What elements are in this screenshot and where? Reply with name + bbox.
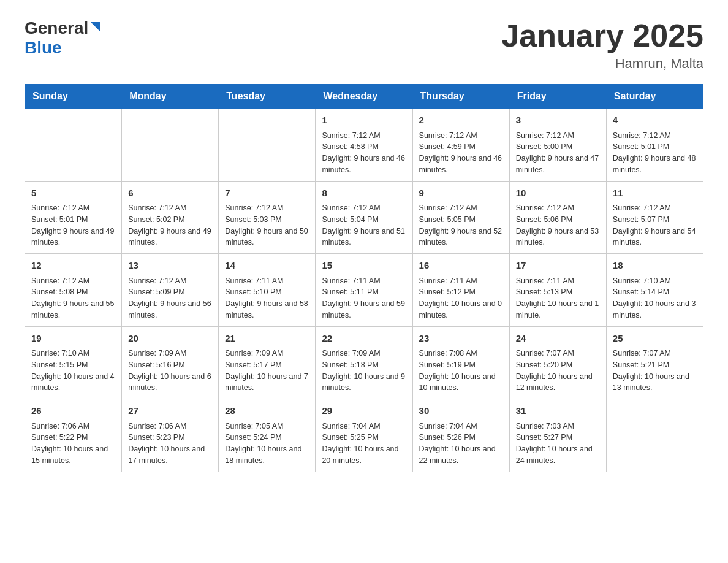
calendar-cell: 27Sunrise: 7:06 AM Sunset: 5:23 PM Dayli…	[122, 399, 219, 472]
calendar-cell	[219, 109, 316, 182]
day-info: Sunrise: 7:06 AM Sunset: 5:22 PM Dayligh…	[31, 421, 115, 467]
day-info: Sunrise: 7:05 AM Sunset: 5:24 PM Dayligh…	[225, 421, 309, 467]
day-info: Sunrise: 7:12 AM Sunset: 5:04 PM Dayligh…	[322, 202, 406, 248]
day-number: 7	[225, 186, 309, 201]
calendar-cell: 29Sunrise: 7:04 AM Sunset: 5:25 PM Dayli…	[316, 399, 412, 472]
day-number: 20	[128, 332, 212, 346]
calendar-cell: 19Sunrise: 7:10 AM Sunset: 5:15 PM Dayli…	[25, 326, 122, 399]
weekday-header-saturday: Saturday	[606, 85, 703, 109]
day-number: 11	[613, 186, 697, 201]
calendar-cell	[122, 109, 219, 182]
day-info: Sunrise: 7:09 AM Sunset: 5:18 PM Dayligh…	[322, 348, 406, 394]
day-info: Sunrise: 7:10 AM Sunset: 5:15 PM Dayligh…	[31, 348, 115, 394]
calendar-header-row: SundayMondayTuesdayWednesdayThursdayFrid…	[25, 85, 703, 109]
calendar-week-1: 1Sunrise: 7:12 AM Sunset: 4:58 PM Daylig…	[25, 109, 703, 182]
calendar-cell: 15Sunrise: 7:11 AM Sunset: 5:11 PM Dayli…	[316, 254, 412, 327]
day-number: 6	[128, 186, 212, 201]
calendar-cell: 22Sunrise: 7:09 AM Sunset: 5:18 PM Dayli…	[316, 326, 412, 399]
location-title: Hamrun, Malta	[501, 56, 703, 72]
calendar-cell: 13Sunrise: 7:12 AM Sunset: 5:09 PM Dayli…	[122, 254, 219, 327]
calendar-table: SundayMondayTuesdayWednesdayThursdayFrid…	[25, 84, 703, 472]
calendar-cell: 21Sunrise: 7:09 AM Sunset: 5:17 PM Dayli…	[219, 326, 316, 399]
day-info: Sunrise: 7:12 AM Sunset: 4:58 PM Dayligh…	[322, 130, 406, 176]
calendar-cell: 26Sunrise: 7:06 AM Sunset: 5:22 PM Dayli…	[25, 399, 122, 472]
calendar-week-4: 19Sunrise: 7:10 AM Sunset: 5:15 PM Dayli…	[25, 326, 703, 399]
calendar-cell: 8Sunrise: 7:12 AM Sunset: 5:04 PM Daylig…	[316, 181, 412, 254]
day-number: 5	[31, 186, 115, 201]
day-info: Sunrise: 7:12 AM Sunset: 5:03 PM Dayligh…	[225, 202, 309, 248]
day-info: Sunrise: 7:03 AM Sunset: 5:27 PM Dayligh…	[516, 421, 600, 467]
weekday-header-wednesday: Wednesday	[316, 85, 412, 109]
day-number: 30	[419, 404, 503, 418]
day-info: Sunrise: 7:12 AM Sunset: 5:06 PM Dayligh…	[516, 202, 600, 248]
weekday-header-monday: Monday	[122, 85, 219, 109]
calendar-cell: 25Sunrise: 7:07 AM Sunset: 5:21 PM Dayli…	[606, 326, 703, 399]
day-number: 14	[225, 259, 309, 273]
logo-triangle-icon	[89, 21, 102, 33]
day-number: 13	[128, 259, 212, 273]
calendar-cell: 6Sunrise: 7:12 AM Sunset: 5:02 PM Daylig…	[122, 181, 219, 254]
calendar-week-3: 12Sunrise: 7:12 AM Sunset: 5:08 PM Dayli…	[25, 254, 703, 327]
day-number: 25	[613, 332, 697, 346]
day-number: 21	[225, 332, 309, 346]
day-info: Sunrise: 7:11 AM Sunset: 5:12 PM Dayligh…	[419, 275, 503, 321]
day-number: 2	[419, 113, 503, 128]
day-number: 24	[516, 332, 600, 346]
calendar-cell: 17Sunrise: 7:11 AM Sunset: 5:13 PM Dayli…	[509, 254, 606, 327]
calendar-cell: 3Sunrise: 7:12 AM Sunset: 5:00 PM Daylig…	[509, 109, 606, 182]
title-section: January 2025 Hamrun, Malta	[501, 18, 703, 72]
logo: General Blue	[25, 18, 102, 58]
calendar-cell: 1Sunrise: 7:12 AM Sunset: 4:58 PM Daylig…	[316, 109, 412, 182]
page-header: General Blue January 2025 Hamrun, Malta	[25, 18, 703, 72]
day-number: 16	[419, 259, 503, 273]
day-info: Sunrise: 7:11 AM Sunset: 5:11 PM Dayligh…	[322, 275, 406, 321]
calendar-cell: 23Sunrise: 7:08 AM Sunset: 5:19 PM Dayli…	[412, 326, 509, 399]
day-info: Sunrise: 7:12 AM Sunset: 4:59 PM Dayligh…	[419, 130, 503, 176]
day-number: 10	[516, 186, 600, 201]
calendar-cell: 2Sunrise: 7:12 AM Sunset: 4:59 PM Daylig…	[412, 109, 509, 182]
weekday-header-tuesday: Tuesday	[219, 85, 316, 109]
day-number: 19	[31, 332, 115, 346]
day-number: 15	[322, 259, 406, 273]
day-info: Sunrise: 7:12 AM Sunset: 5:05 PM Dayligh…	[419, 202, 503, 248]
day-info: Sunrise: 7:07 AM Sunset: 5:20 PM Dayligh…	[516, 348, 600, 394]
day-info: Sunrise: 7:11 AM Sunset: 5:10 PM Dayligh…	[225, 275, 309, 321]
day-info: Sunrise: 7:11 AM Sunset: 5:13 PM Dayligh…	[516, 275, 600, 321]
day-info: Sunrise: 7:07 AM Sunset: 5:21 PM Dayligh…	[613, 348, 697, 394]
day-number: 23	[419, 332, 503, 346]
calendar-cell: 12Sunrise: 7:12 AM Sunset: 5:08 PM Dayli…	[25, 254, 122, 327]
calendar-cell: 30Sunrise: 7:04 AM Sunset: 5:26 PM Dayli…	[412, 399, 509, 472]
day-info: Sunrise: 7:12 AM Sunset: 5:09 PM Dayligh…	[128, 275, 212, 321]
day-number: 29	[322, 404, 406, 418]
weekday-header-sunday: Sunday	[25, 85, 122, 109]
calendar-cell: 10Sunrise: 7:12 AM Sunset: 5:06 PM Dayli…	[509, 181, 606, 254]
logo-blue: Blue	[25, 38, 62, 57]
day-number: 28	[225, 404, 309, 418]
day-info: Sunrise: 7:12 AM Sunset: 5:02 PM Dayligh…	[128, 202, 212, 248]
day-info: Sunrise: 7:08 AM Sunset: 5:19 PM Dayligh…	[419, 348, 503, 394]
svg-marker-0	[91, 22, 100, 32]
calendar-week-5: 26Sunrise: 7:06 AM Sunset: 5:22 PM Dayli…	[25, 399, 703, 472]
day-number: 12	[31, 259, 115, 273]
calendar-week-2: 5Sunrise: 7:12 AM Sunset: 5:01 PM Daylig…	[25, 181, 703, 254]
day-number: 4	[613, 113, 697, 128]
calendar-cell: 7Sunrise: 7:12 AM Sunset: 5:03 PM Daylig…	[219, 181, 316, 254]
calendar-cell: 4Sunrise: 7:12 AM Sunset: 5:01 PM Daylig…	[606, 109, 703, 182]
day-info: Sunrise: 7:12 AM Sunset: 5:01 PM Dayligh…	[31, 202, 115, 248]
day-info: Sunrise: 7:06 AM Sunset: 5:23 PM Dayligh…	[128, 421, 212, 467]
weekday-header-friday: Friday	[509, 85, 606, 109]
calendar-cell: 18Sunrise: 7:10 AM Sunset: 5:14 PM Dayli…	[606, 254, 703, 327]
day-number: 27	[128, 404, 212, 418]
day-number: 9	[419, 186, 503, 201]
day-number: 8	[322, 186, 406, 201]
day-number: 22	[322, 332, 406, 346]
day-number: 26	[31, 404, 115, 418]
day-info: Sunrise: 7:04 AM Sunset: 5:25 PM Dayligh…	[322, 421, 406, 467]
logo-general: General	[25, 18, 88, 38]
day-info: Sunrise: 7:09 AM Sunset: 5:16 PM Dayligh…	[128, 348, 212, 394]
calendar-cell: 11Sunrise: 7:12 AM Sunset: 5:07 PM Dayli…	[606, 181, 703, 254]
day-number: 1	[322, 113, 406, 128]
calendar-cell: 5Sunrise: 7:12 AM Sunset: 5:01 PM Daylig…	[25, 181, 122, 254]
calendar-cell	[25, 109, 122, 182]
day-number: 31	[516, 404, 600, 418]
